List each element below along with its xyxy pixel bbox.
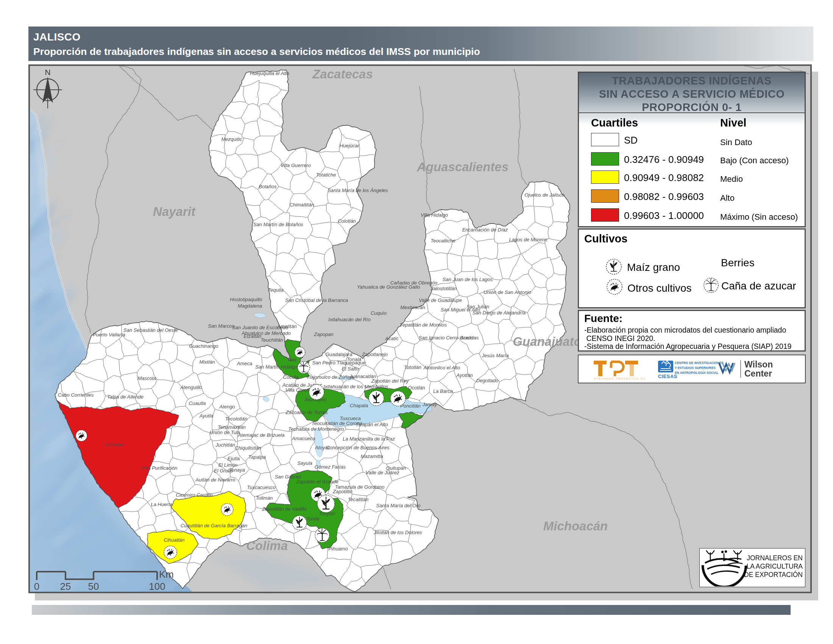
svg-text:Mexticacán: Mexticacán: [400, 304, 425, 310]
svg-text:Tolimán: Tolimán: [256, 495, 273, 501]
svg-text:Zacoalco de Torres: Zacoalco de Torres: [286, 409, 328, 415]
svg-text:Villa Corona: Villa Corona: [286, 387, 312, 393]
svg-text:Hostotipaquillo: Hostotipaquillo: [230, 296, 262, 302]
svg-text:Tequila: Tequila: [268, 287, 283, 293]
svg-text:San Juanito de Escobedo: San Juanito de Escobedo: [232, 325, 288, 330]
svg-text:Colima: Colima: [246, 539, 288, 553]
svg-text:Concepción de Buenos Aires: Concepción de Buenos Aires: [326, 445, 390, 451]
svg-text:San Pedro Tlaquepaque: San Pedro Tlaquepaque: [312, 360, 366, 365]
svg-text:Mixtlán: Mixtlán: [199, 359, 215, 365]
svg-text:Ocotlán: Ocotlán: [408, 385, 425, 391]
svg-text:Chimaltitán: Chimaltitán: [289, 202, 314, 208]
svg-text:San Juan de los Lagos: San Juan de los Lagos: [442, 277, 493, 282]
svg-text:Zapotitlán de Vadillo: Zapotitlán de Vadillo: [262, 506, 306, 512]
svg-text:Casimiro Castillo: Casimiro Castillo: [176, 492, 213, 498]
svg-text:Tlajomulco de Zúñiga: Tlajomulco de Zúñiga: [307, 374, 354, 380]
svg-text:Talpa de Allende: Talpa de Allende: [107, 394, 143, 400]
svg-text:Cabo Corrientes: Cabo Corrientes: [58, 392, 94, 398]
svg-text:Ixtlahuacán del Río: Ixtlahuacán del Río: [328, 317, 370, 322]
svg-text:Pihuamo: Pihuamo: [328, 546, 347, 552]
svg-text:Totatiche: Totatiche: [316, 172, 336, 178]
svg-text:Zapotlanejo: Zapotlanejo: [362, 351, 388, 357]
svg-text:Cuquío: Cuquío: [371, 310, 387, 316]
svg-text:Atotonilco el Alto: Atotonilco el Alto: [423, 365, 460, 370]
svg-text:Tala: Tala: [287, 357, 296, 362]
svg-text:Mazamitla: Mazamitla: [360, 454, 383, 459]
svg-text:Cihuatlán: Cihuatlán: [164, 537, 185, 543]
svg-text:Cuautitlán de García Barragán: Cuautitlán de García Barragán: [181, 523, 247, 528]
svg-text:Jamay: Jamay: [422, 402, 438, 407]
svg-text:La Huerta: La Huerta: [151, 502, 172, 507]
svg-text:Tototlán: Tototlán: [404, 364, 421, 370]
svg-text:100: 100: [149, 581, 165, 592]
svg-text:50: 50: [88, 581, 99, 592]
svg-text:Zacatecas: Zacatecas: [312, 67, 373, 81]
svg-text:Zapotlán el Grande: Zapotlán el Grande: [296, 479, 338, 485]
svg-text:Center: Center: [745, 369, 772, 378]
svg-text:San Sebastián del Oeste: San Sebastián del Oeste: [124, 327, 178, 333]
svg-text:Zapotlán del Rey: Zapotlán del Rey: [371, 378, 409, 384]
svg-text:Tonila: Tonila: [306, 516, 319, 522]
svg-text:Villa Hidalgo: Villa Hidalgo: [421, 212, 448, 218]
svg-text:Valle de Guadalupe: Valle de Guadalupe: [419, 297, 462, 303]
svg-text:Atenguillo: Atenguillo: [180, 385, 202, 390]
svg-text:Tapalpa: Tapalpa: [248, 454, 266, 460]
svg-text:Huejuquilla el Alto: Huejuquilla el Alto: [250, 71, 289, 76]
svg-text:25: 25: [60, 581, 71, 592]
svg-text:Santa María de los Ángeles: Santa María de los Ángeles: [328, 188, 388, 193]
svg-text:DE EXPORTACIÓN: DE EXPORTACIÓN: [744, 570, 803, 578]
svg-text:Encarnación de Díaz: Encarnación de Díaz: [462, 227, 508, 233]
svg-text:La Barca: La Barca: [433, 388, 453, 394]
svg-text:Jesús María: Jesús María: [482, 353, 509, 358]
svg-text:Mezquitic: Mezquitic: [222, 136, 242, 142]
svg-text:Unión de Tula: Unión de Tula: [210, 430, 240, 435]
svg-text:Autlán de Navarro: Autlán de Navarro: [195, 477, 235, 483]
svg-text:Yahualica de González Gallo: Yahualica de González Gallo: [357, 284, 420, 290]
svg-text:Magdalena: Magdalena: [238, 303, 262, 309]
svg-text:JORNALEROS EN: JORNALEROS EN: [747, 554, 803, 562]
svg-text:Cuautla: Cuautla: [189, 401, 206, 406]
svg-text:Acatic: Acatic: [385, 336, 399, 341]
svg-text:Guanajuato: Guanajuato: [513, 335, 582, 349]
svg-text:Jilotlán de los Dolores: Jilotlán de los Dolores: [373, 530, 422, 535]
svg-text:San Cristóbal de la Barranca: San Cristóbal de la Barranca: [285, 297, 348, 303]
svg-text:N: N: [45, 68, 50, 77]
svg-text:Degollado: Degollado: [476, 378, 499, 383]
svg-text:Michoacán: Michoacán: [544, 519, 608, 533]
svg-text:Aguascalientes: Aguascalientes: [416, 160, 508, 174]
svg-text:Y ESTUDIOS SUPERIORES: Y ESTUDIOS SUPERIORES: [675, 366, 716, 370]
svg-text:Puerto Vallarta: Puerto Vallarta: [93, 332, 125, 338]
svg-text:Villa Guerrero: Villa Guerrero: [281, 163, 311, 168]
svg-text:Unión de San Antonio: Unión de San Antonio: [484, 290, 531, 295]
svg-text:Tepatitlán de Morelos: Tepatitlán de Morelos: [400, 322, 447, 328]
svg-text:Nayarit: Nayarit: [153, 204, 196, 219]
svg-text:Atemajac de Brizuela: Atemajac de Brizuela: [238, 432, 285, 438]
svg-text:San Diego de Alejandría: San Diego de Alejandría: [473, 310, 526, 316]
svg-text:LA AGRICULTURA: LA AGRICULTURA: [747, 563, 803, 570]
svg-text:ATAJANDO TRAYECTOS SC: ATAJANDO TRAYECTOS SC: [594, 377, 646, 380]
svg-text:San Julián: San Julián: [466, 304, 490, 309]
svg-text:Wilson: Wilson: [745, 359, 773, 369]
svg-text:Chapala: Chapala: [350, 402, 368, 408]
svg-text:CENTRO DE INVESTIGACIONES: CENTRO DE INVESTIGACIONES: [675, 361, 724, 365]
svg-text:Ahualulco de Mercado: Ahualulco de Mercado: [241, 330, 290, 336]
svg-text:Villa Purificación: Villa Purificación: [141, 465, 177, 471]
svg-text:Bolaños: Bolaños: [259, 184, 277, 189]
svg-text:Lagos de Moreno: Lagos de Moreno: [509, 237, 547, 242]
svg-text:Chiquilistlán: Chiquilistlán: [235, 445, 261, 451]
svg-text:Zapotiltic: Zapotiltic: [333, 489, 353, 494]
svg-text:Tomatlán: Tomatlán: [105, 442, 125, 448]
svg-text:San Martín de Bolaños: San Martín de Bolaños: [253, 222, 304, 227]
svg-text:Tecolotlán: Tecolotlán: [225, 416, 248, 422]
svg-text:Ameca: Ameca: [236, 361, 252, 366]
svg-text:Huejúcar: Huejúcar: [339, 143, 360, 148]
svg-text:San Marcos: San Marcos: [208, 323, 234, 329]
svg-text:Atengo: Atengo: [219, 404, 235, 409]
svg-text:Guachinango: Guachinango: [189, 343, 218, 349]
svg-text:Tecalitlán: Tecalitlán: [348, 497, 368, 502]
svg-text:Jalostotitlán: Jalostotitlán: [431, 286, 457, 291]
svg-text:Mascota: Mascota: [137, 375, 156, 381]
svg-text:Teuchitlán: Teuchitlán: [261, 337, 283, 343]
svg-text:Amacueca: Amacueca: [291, 436, 315, 441]
svg-text:Valle de Juárez: Valle de Juárez: [365, 470, 399, 475]
